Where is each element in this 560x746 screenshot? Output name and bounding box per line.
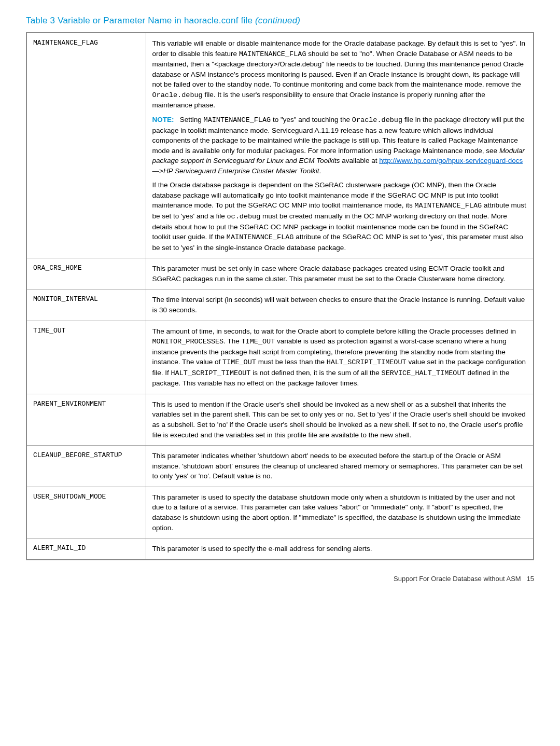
table-row: ORA_CRS_HOME This parameter must be set … — [26, 258, 534, 289]
footer-text: Support For Oracle Database without ASM — [394, 575, 521, 583]
param-name: MAINTENANCE_FLAG — [26, 33, 146, 258]
param-desc: This is used to mention if the Oracle us… — [146, 394, 534, 445]
table-row: TIME_OUT The amount of time, in seconds,… — [26, 321, 534, 394]
param-name: TIME_OUT — [26, 321, 146, 394]
table-row: MAINTENANCE_FLAG This variable will enab… — [26, 33, 534, 258]
param-name: USER_SHUTDOWN_MODE — [26, 487, 146, 538]
doc-link[interactable]: http://www.hp.com/go/hpux-serviceguard-d… — [379, 157, 523, 164]
title-suffix: (continued) — [255, 16, 300, 25]
table-title: Table 3 Variable or Parameter Name in ha… — [26, 16, 534, 26]
parameter-table: MAINTENANCE_FLAG This variable will enab… — [26, 32, 534, 560]
note-paragraph: NOTE: Setting MAINTENANCE_FLAG to "yes" … — [152, 115, 527, 176]
param-name: CLEANUP_BEFORE_STARTUP — [26, 446, 146, 487]
param-desc: This parameter is used to specify the da… — [146, 487, 534, 538]
desc-paragraph: If the Oracle database package is depend… — [152, 180, 527, 253]
param-desc: This parameter is used to specify the e-… — [146, 538, 534, 560]
param-desc: This parameter must be set only in case … — [146, 258, 534, 289]
param-name: ORA_CRS_HOME — [26, 258, 146, 289]
title-prefix: Table 3 Variable or Parameter Name in ha… — [26, 16, 255, 25]
table-row: USER_SHUTDOWN_MODE This parameter is use… — [26, 487, 534, 538]
table-row: ALERT_MAIL_ID This parameter is used to … — [26, 538, 534, 560]
param-name: ALERT_MAIL_ID — [26, 538, 146, 560]
desc-paragraph: This variable will enable or disable mai… — [152, 38, 527, 110]
page-number: 15 — [527, 575, 534, 583]
param-desc: This variable will enable or disable mai… — [146, 33, 534, 258]
page-footer: Support For Oracle Database without ASM … — [26, 575, 534, 583]
table-row: MONITOR_INTERVAL The time interval scrip… — [26, 289, 534, 321]
table-row: CLEANUP_BEFORE_STARTUP This parameter in… — [26, 446, 534, 487]
param-desc: The time interval script (in seconds) wi… — [146, 289, 534, 321]
param-name: MONITOR_INTERVAL — [26, 289, 146, 321]
param-desc: This parameter indicates whether 'shutdo… — [146, 446, 534, 487]
param-name: PARENT_ENVIRONMENT — [26, 394, 146, 445]
param-desc: The amount of time, in seconds, to wait … — [146, 321, 534, 394]
table-row: PARENT_ENVIRONMENT This is used to menti… — [26, 394, 534, 445]
note-label: NOTE: — [152, 116, 174, 123]
